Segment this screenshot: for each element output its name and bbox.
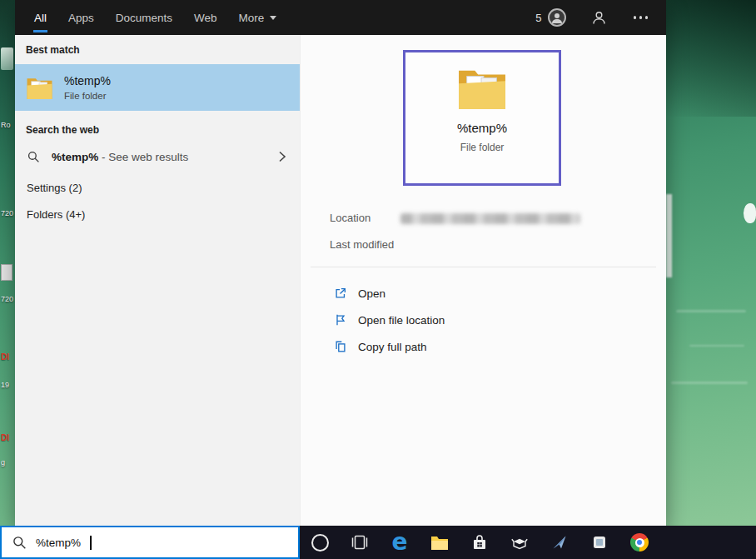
action-open-file-location[interactable]: Open file location [334, 311, 445, 329]
chevron-down-icon [270, 16, 276, 20]
search-query-text: %temp% [36, 537, 81, 549]
folder-icon [456, 66, 508, 111]
cortana-button[interactable] [300, 526, 340, 559]
chrome-button[interactable] [619, 526, 659, 559]
open-file-location-icon [334, 313, 347, 327]
open-icon [334, 287, 347, 300]
best-match-result[interactable]: %temp% File folder [15, 64, 300, 111]
folders-group[interactable]: Folders (4+) [15, 202, 300, 227]
text-cursor [90, 536, 92, 550]
pinned-app-icon [550, 532, 569, 552]
tab-more[interactable]: More [228, 0, 288, 35]
search-web-header: Search the web [26, 124, 99, 136]
divider [311, 267, 656, 267]
desktop-icon[interactable] [1, 264, 12, 281]
chrome-icon [630, 533, 649, 552]
tab-label: Web [194, 12, 217, 24]
wallpaper-detail [676, 310, 746, 312]
desktop-icon-label: Ro [1, 122, 11, 129]
tab-documents[interactable]: Documents [105, 0, 183, 35]
tab-web[interactable]: Web [183, 0, 228, 35]
preview-title: %temp% [457, 121, 507, 135]
tab-label: Documents [116, 12, 172, 24]
desktop-screen: Ro 720 720 DI 19 DI g All Apps Documents [0, 0, 756, 559]
search-filter-tabs: All Apps Documents Web More [15, 0, 287, 35]
web-result-suffix: - See web results [98, 151, 188, 163]
tab-label: More [239, 12, 265, 24]
dropbox-icon [510, 532, 530, 552]
wallpaper-detail [671, 382, 748, 384]
preview-panel: %temp% File folder Location Last modifie… [300, 35, 666, 526]
notification-count: 5 [535, 12, 541, 24]
wallpaper-detail [689, 345, 744, 347]
task-view-button[interactable] [340, 526, 380, 559]
dropbox-button[interactable] [500, 526, 540, 559]
best-match-text: %temp% File folder [64, 74, 111, 101]
action-label: Open file location [358, 314, 445, 327]
user-account-icon[interactable] [591, 10, 607, 26]
action-label: Copy full path [358, 341, 427, 353]
tab-label: Apps [68, 12, 94, 24]
copy-icon [334, 340, 347, 353]
wallpaper-detail [744, 203, 756, 223]
more-options-icon[interactable] [634, 11, 649, 24]
web-result-query: %temp% [52, 151, 98, 163]
result-title: %temp% [64, 74, 111, 87]
wallpaper-cliff [666, 0, 756, 117]
desktop-icons-strip: Ro 720 720 DI 19 DI g [0, 0, 15, 526]
avatar[interactable] [548, 8, 566, 27]
task-view-icon [350, 532, 370, 552]
search-results-panel: Best match %temp% File folder Search the… [15, 35, 300, 526]
tab-label: All [34, 12, 47, 24]
wallpaper-detail [666, 194, 672, 277]
web-search-result[interactable]: %temp% - See web results [15, 142, 300, 171]
edge-button[interactable] [380, 526, 420, 559]
topbar-right-cluster: 5 [535, 0, 648, 35]
desktop-icon[interactable] [1, 47, 13, 70]
desktop-icon-label: 19 [1, 382, 9, 389]
web-result-text: %temp% - See web results [52, 151, 188, 163]
folder-icon [26, 76, 53, 100]
search-filter-bar: All Apps Documents Web More 5 [15, 0, 666, 35]
desktop-icon-label: 720 [1, 210, 13, 217]
file-explorer-button[interactable] [420, 526, 460, 559]
pinned-app-icon [589, 532, 609, 552]
desktop-icon-label: DI [1, 434, 9, 442]
start-search-window: All Apps Documents Web More 5 [15, 0, 666, 526]
desktop-icon-label: g [1, 459, 5, 467]
pinned-app-button-1[interactable] [540, 526, 579, 559]
desktop-icon-label: 720 [1, 296, 13, 303]
action-open[interactable]: Open [334, 284, 385, 302]
chevron-right-icon[interactable] [277, 151, 287, 162]
file-explorer-icon [430, 533, 450, 552]
action-copy-full-path[interactable]: Copy full path [334, 337, 427, 356]
preview-card[interactable]: %temp% File folder [403, 50, 561, 186]
edge-icon [392, 531, 408, 554]
search-icon [12, 536, 27, 550]
person-glyph [550, 11, 564, 24]
preview-subtitle: File folder [460, 142, 505, 153]
desktop-icon-label: DI [1, 353, 9, 362]
tab-all[interactable]: All [23, 0, 57, 35]
settings-group[interactable]: Settings (2) [15, 175, 300, 200]
tab-apps[interactable]: Apps [57, 0, 105, 35]
store-icon [470, 532, 490, 552]
taskbar-search-input[interactable]: %temp% [0, 526, 300, 559]
pinned-app-button-2[interactable] [579, 526, 619, 559]
location-label: Location [330, 212, 371, 224]
last-modified-label: Last modified [330, 238, 394, 251]
search-icon [27, 151, 40, 163]
cortana-icon [311, 534, 329, 552]
action-label: Open [358, 287, 385, 300]
location-value-redacted [400, 213, 580, 224]
store-button[interactable] [460, 526, 500, 559]
result-subtitle: File folder [64, 91, 111, 101]
best-match-header: Best match [26, 44, 80, 56]
